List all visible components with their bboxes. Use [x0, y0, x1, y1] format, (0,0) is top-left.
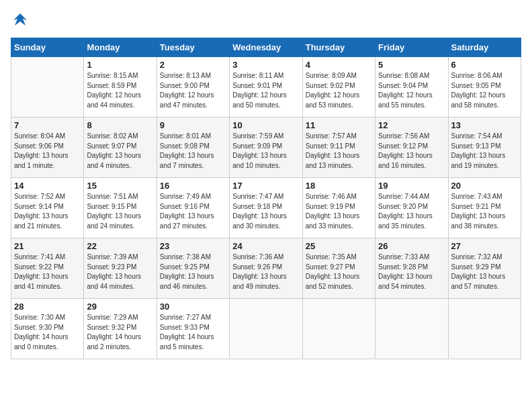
calendar-cell: 7Sunrise: 8:04 AM Sunset: 9:06 PM Daylig… — [11, 118, 84, 178]
day-info: Sunrise: 7:59 AM Sunset: 9:09 PM Dayligh… — [232, 132, 299, 171]
day-info: Sunrise: 8:01 AM Sunset: 9:08 PM Dayligh… — [160, 132, 226, 171]
calendar-cell — [230, 299, 302, 359]
calendar-week-row: 14Sunrise: 7:52 AM Sunset: 9:14 PM Dayli… — [11, 178, 521, 238]
calendar-cell: 10Sunrise: 7:59 AM Sunset: 9:09 PM Dayli… — [230, 118, 302, 178]
day-info: Sunrise: 7:46 AM Sunset: 9:19 PM Dayligh… — [306, 192, 372, 231]
day-number: 18 — [306, 181, 372, 191]
day-number: 26 — [378, 241, 445, 251]
day-info: Sunrise: 8:04 AM Sunset: 9:06 PM Dayligh… — [14, 132, 81, 171]
day-info: Sunrise: 8:11 AM Sunset: 9:01 PM Dayligh… — [232, 71, 299, 110]
day-header-friday: Friday — [375, 38, 448, 57]
day-info: Sunrise: 8:09 AM Sunset: 9:02 PM Dayligh… — [306, 71, 372, 110]
day-header-wednesday: Wednesday — [230, 38, 302, 57]
day-info: Sunrise: 7:52 AM Sunset: 9:14 PM Dayligh… — [14, 192, 81, 231]
calendar-cell: 8Sunrise: 8:02 AM Sunset: 9:07 PM Daylig… — [84, 118, 157, 178]
day-info: Sunrise: 7:56 AM Sunset: 9:12 PM Dayligh… — [378, 132, 445, 171]
day-number: 7 — [14, 120, 81, 130]
calendar-cell: 9Sunrise: 8:01 AM Sunset: 9:08 PM Daylig… — [157, 118, 229, 178]
day-info: Sunrise: 8:02 AM Sunset: 9:07 PM Dayligh… — [87, 132, 153, 171]
day-number: 22 — [87, 241, 153, 251]
logo-icon — [11, 11, 30, 30]
day-info: Sunrise: 7:32 AM Sunset: 9:29 PM Dayligh… — [451, 253, 518, 291]
calendar-header-row: SundayMondayTuesdayWednesdayThursdayFrid… — [11, 38, 521, 57]
calendar-cell: 2Sunrise: 8:13 AM Sunset: 9:00 PM Daylig… — [157, 57, 229, 118]
calendar-cell: 25Sunrise: 7:35 AM Sunset: 9:27 PM Dayli… — [302, 238, 375, 299]
calendar-cell: 22Sunrise: 7:39 AM Sunset: 9:23 PM Dayli… — [84, 238, 157, 299]
calendar-cell — [302, 299, 375, 359]
day-info: Sunrise: 7:29 AM Sunset: 9:32 PM Dayligh… — [87, 313, 153, 352]
calendar-cell: 16Sunrise: 7:49 AM Sunset: 9:16 PM Dayli… — [157, 178, 229, 238]
day-number: 8 — [87, 120, 153, 130]
day-number: 1 — [87, 60, 153, 70]
calendar-cell: 18Sunrise: 7:46 AM Sunset: 9:19 PM Dayli… — [302, 178, 375, 238]
calendar-cell: 12Sunrise: 7:56 AM Sunset: 9:12 PM Dayli… — [375, 118, 448, 178]
calendar-cell: 11Sunrise: 7:57 AM Sunset: 9:11 PM Dayli… — [302, 118, 375, 178]
day-info: Sunrise: 7:57 AM Sunset: 9:11 PM Dayligh… — [306, 132, 372, 171]
day-info: Sunrise: 7:38 AM Sunset: 9:25 PM Dayligh… — [160, 253, 226, 291]
day-number: 6 — [451, 60, 518, 70]
day-number: 10 — [232, 120, 299, 130]
calendar-cell: 5Sunrise: 8:08 AM Sunset: 9:04 PM Daylig… — [375, 57, 448, 118]
calendar-cell: 15Sunrise: 7:51 AM Sunset: 9:15 PM Dayli… — [84, 178, 157, 238]
calendar-cell: 24Sunrise: 7:36 AM Sunset: 9:26 PM Dayli… — [230, 238, 302, 299]
day-info: Sunrise: 7:44 AM Sunset: 9:20 PM Dayligh… — [378, 192, 445, 231]
calendar-cell: 19Sunrise: 7:44 AM Sunset: 9:20 PM Dayli… — [375, 178, 448, 238]
calendar-week-row: 1Sunrise: 8:15 AM Sunset: 8:59 PM Daylig… — [11, 57, 521, 118]
calendar-cell: 30Sunrise: 7:27 AM Sunset: 9:33 PM Dayli… — [157, 299, 229, 359]
day-number: 12 — [378, 120, 445, 130]
calendar-cell: 3Sunrise: 8:11 AM Sunset: 9:01 PM Daylig… — [230, 57, 302, 118]
day-number: 13 — [451, 120, 518, 130]
day-number: 24 — [232, 241, 299, 251]
day-number: 21 — [14, 241, 81, 251]
day-number: 23 — [160, 241, 226, 251]
day-number: 4 — [306, 60, 372, 70]
day-header-tuesday: Tuesday — [157, 38, 229, 57]
day-info: Sunrise: 8:13 AM Sunset: 9:00 PM Dayligh… — [160, 71, 226, 110]
day-info: Sunrise: 7:54 AM Sunset: 9:13 PM Dayligh… — [451, 132, 518, 171]
day-number: 29 — [87, 302, 153, 312]
calendar-cell: 14Sunrise: 7:52 AM Sunset: 9:14 PM Dayli… — [11, 178, 84, 238]
day-header-sunday: Sunday — [11, 38, 84, 57]
day-header-thursday: Thursday — [302, 38, 375, 57]
calendar-cell — [375, 299, 448, 359]
day-number: 15 — [87, 181, 153, 191]
calendar-cell: 6Sunrise: 8:06 AM Sunset: 9:05 PM Daylig… — [448, 57, 521, 118]
day-info: Sunrise: 7:41 AM Sunset: 9:22 PM Dayligh… — [14, 253, 81, 291]
day-number: 28 — [14, 302, 81, 312]
day-info: Sunrise: 8:08 AM Sunset: 9:04 PM Dayligh… — [378, 71, 445, 110]
day-info: Sunrise: 7:30 AM Sunset: 9:30 PM Dayligh… — [14, 313, 81, 352]
day-number: 25 — [306, 241, 372, 251]
calendar-week-row: 21Sunrise: 7:41 AM Sunset: 9:22 PM Dayli… — [11, 238, 521, 299]
page-header — [11, 11, 521, 30]
calendar-cell: 28Sunrise: 7:30 AM Sunset: 9:30 PM Dayli… — [11, 299, 84, 359]
day-number: 27 — [451, 241, 518, 251]
day-number: 16 — [160, 181, 226, 191]
day-info: Sunrise: 7:35 AM Sunset: 9:27 PM Dayligh… — [306, 253, 372, 291]
svg-marker-0 — [13, 13, 27, 26]
calendar-cell: 23Sunrise: 7:38 AM Sunset: 9:25 PM Dayli… — [157, 238, 229, 299]
day-info: Sunrise: 7:36 AM Sunset: 9:26 PM Dayligh… — [232, 253, 299, 291]
calendar-cell: 29Sunrise: 7:29 AM Sunset: 9:32 PM Dayli… — [84, 299, 157, 359]
day-info: Sunrise: 7:49 AM Sunset: 9:16 PM Dayligh… — [160, 192, 226, 231]
calendar-cell: 20Sunrise: 7:43 AM Sunset: 9:21 PM Dayli… — [448, 178, 521, 238]
calendar-table: SundayMondayTuesdayWednesdayThursdayFrid… — [11, 38, 521, 359]
day-number: 30 — [160, 302, 226, 312]
calendar-cell: 26Sunrise: 7:33 AM Sunset: 9:28 PM Dayli… — [375, 238, 448, 299]
day-info: Sunrise: 7:39 AM Sunset: 9:23 PM Dayligh… — [87, 253, 153, 291]
calendar-cell — [448, 299, 521, 359]
calendar-week-row: 7Sunrise: 8:04 AM Sunset: 9:06 PM Daylig… — [11, 118, 521, 178]
calendar-cell: 21Sunrise: 7:41 AM Sunset: 9:22 PM Dayli… — [11, 238, 84, 299]
day-number: 2 — [160, 60, 226, 70]
day-info: Sunrise: 8:06 AM Sunset: 9:05 PM Dayligh… — [451, 71, 518, 110]
day-number: 17 — [232, 181, 299, 191]
day-number: 9 — [160, 120, 226, 130]
day-header-saturday: Saturday — [448, 38, 521, 57]
day-info: Sunrise: 7:51 AM Sunset: 9:15 PM Dayligh… — [87, 192, 153, 231]
day-info: Sunrise: 8:15 AM Sunset: 8:59 PM Dayligh… — [87, 71, 153, 110]
day-number: 19 — [378, 181, 445, 191]
calendar-cell: 17Sunrise: 7:47 AM Sunset: 9:18 PM Dayli… — [230, 178, 302, 238]
calendar-cell: 13Sunrise: 7:54 AM Sunset: 9:13 PM Dayli… — [448, 118, 521, 178]
day-info: Sunrise: 7:43 AM Sunset: 9:21 PM Dayligh… — [451, 192, 518, 231]
day-header-monday: Monday — [84, 38, 157, 57]
day-info: Sunrise: 7:33 AM Sunset: 9:28 PM Dayligh… — [378, 253, 445, 291]
